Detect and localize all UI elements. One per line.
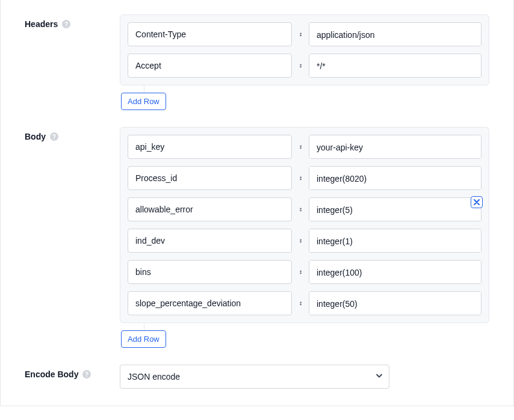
colon-separator: ፡ <box>298 142 303 152</box>
form-container: Headers ? ፡ ፡ <box>0 0 514 406</box>
headers-label: Headers ? <box>25 14 120 29</box>
add-header-row-button[interactable]: Add Row <box>121 93 166 110</box>
colon-separator: ፡ <box>298 173 303 184</box>
body-key-input[interactable] <box>128 260 292 284</box>
body-value-input[interactable] <box>309 260 481 284</box>
header-value-input[interactable] <box>309 54 481 78</box>
body-row: ፡ <box>128 260 481 284</box>
header-row: ፡ <box>128 54 481 78</box>
body-value-input[interactable] <box>309 135 481 159</box>
body-label: Body ? <box>25 127 120 141</box>
body-value-input[interactable] <box>309 197 481 221</box>
colon-separator: ፡ <box>298 205 303 215</box>
close-icon <box>474 199 480 205</box>
body-row: ፡ <box>128 135 481 159</box>
body-key-input[interactable] <box>128 166 292 190</box>
headers-label-text: Headers <box>25 19 58 29</box>
help-icon[interactable]: ? <box>61 19 71 29</box>
body-value-input[interactable] <box>309 291 481 315</box>
encode-body-label: Encode Body ? <box>25 365 120 379</box>
delete-row-button[interactable] <box>471 196 483 208</box>
add-body-row-button[interactable]: Add Row <box>121 330 166 348</box>
body-key-input[interactable] <box>128 291 292 315</box>
encode-body-select[interactable]: JSON encode <box>120 365 389 389</box>
body-rows-panel: ፡ ፡ ፡ <box>120 127 489 323</box>
body-key-input[interactable] <box>128 135 292 159</box>
headers-content: ፡ ፡ Add Row <box>120 14 489 110</box>
header-value-input[interactable] <box>309 22 481 46</box>
body-key-input[interactable] <box>128 229 292 253</box>
help-icon[interactable]: ? <box>49 132 59 141</box>
encode-body-selected-value: JSON encode <box>128 372 180 381</box>
body-content: ፡ ፡ ፡ <box>120 127 489 348</box>
colon-separator: ፡ <box>298 236 303 246</box>
header-key-input[interactable] <box>128 54 292 78</box>
help-icon[interactable]: ? <box>82 369 91 379</box>
colon-separator: ፡ <box>298 29 303 40</box>
body-label-text: Body <box>25 132 46 141</box>
encode-body-select-wrap: JSON encode <box>120 365 389 389</box>
body-row: ፡ <box>128 229 481 253</box>
header-row: ፡ <box>128 22 481 46</box>
encode-body-content: JSON encode <box>120 365 489 389</box>
encode-body-section: Encode Body ? JSON encode <box>25 365 489 389</box>
header-key-input[interactable] <box>128 22 292 46</box>
headers-section: Headers ? ፡ ፡ <box>25 14 489 110</box>
svg-text:?: ? <box>85 371 88 378</box>
colon-separator: ፡ <box>298 61 303 71</box>
body-value-input[interactable] <box>309 229 481 253</box>
body-row: ፡ <box>128 197 481 221</box>
svg-text:?: ? <box>52 134 56 140</box>
svg-text:?: ? <box>64 21 68 28</box>
body-row: ፡ <box>128 291 481 315</box>
encode-body-label-text: Encode Body <box>25 369 78 379</box>
colon-separator: ፡ <box>298 267 303 277</box>
body-section: Body ? ፡ ፡ <box>25 127 489 348</box>
body-value-input[interactable] <box>309 166 481 190</box>
headers-rows-panel: ፡ ፡ <box>120 14 489 85</box>
colon-separator: ፡ <box>298 298 303 309</box>
body-key-input[interactable] <box>128 197 292 221</box>
body-row: ፡ <box>128 166 481 190</box>
